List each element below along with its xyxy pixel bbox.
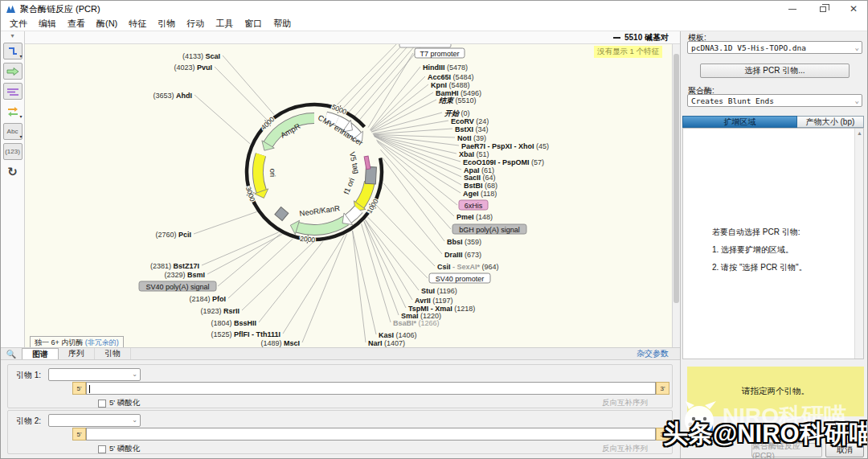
feature-box-diamond[interactable] <box>275 207 289 221</box>
restriction-site-label[interactable]: (1525) PflFI - Tth111I <box>211 330 280 338</box>
restriction-site-label[interactable]: BsaBI* (1266) <box>393 319 440 327</box>
feature-label[interactable]: f1 ori <box>342 177 356 196</box>
restriction-site-label[interactable]: BstBI (68) <box>464 182 497 190</box>
restriction-site-label[interactable]: DraIII (673) <box>444 251 481 259</box>
choose-pcr-primers-button[interactable]: 选择 PCR 引物... <box>700 64 850 78</box>
feature-arc-ori[interactable] <box>255 154 268 198</box>
feature-badge[interactable]: 6xHis <box>459 200 488 210</box>
unique-cutters-link[interactable]: (非冗余的) <box>85 338 119 346</box>
labels-button[interactable]: Abc ▾ <box>3 123 23 140</box>
map-scrollbar-thumb[interactable] <box>674 54 679 303</box>
restriction-site-label[interactable]: KasI (1406) <box>379 331 417 339</box>
menu-item[interactable]: 工具 <box>210 17 239 31</box>
menu-item[interactable]: 特征 <box>123 17 152 31</box>
new-window-checkbox[interactable] <box>705 424 713 432</box>
feature-badge[interactable]: SV40 poly(A) signal <box>139 281 216 291</box>
restriction-site-label[interactable]: 开始 (0) <box>444 109 470 117</box>
view-tab-3[interactable]: 引物 <box>95 348 131 359</box>
restriction-site-label[interactable]: NarI (1407) <box>368 339 405 347</box>
restriction-site-label[interactable]: StuI (1196) <box>421 287 457 295</box>
settings-tab-1[interactable]: 扩增区域 <box>682 116 797 128</box>
menu-item[interactable]: 引物 <box>152 17 181 31</box>
feature-arc-neor-kanr[interactable] <box>290 220 346 234</box>
leader-line <box>355 44 420 116</box>
restriction-site-label[interactable]: HindIII (5478) <box>423 64 468 72</box>
alignments-button[interactable] <box>3 83 23 100</box>
restriction-site-label[interactable]: (1804) BssHII <box>211 319 256 327</box>
numbering-button[interactable]: (123) <box>3 143 23 160</box>
primer2-revcomp-button[interactable]: 反向互补序列 <box>602 444 648 454</box>
unique-cutters-tab[interactable]: 独一 6+ 内切酶 (非冗余的) <box>30 336 124 347</box>
menu-item[interactable]: 行动 <box>181 17 210 31</box>
restriction-site-label[interactable]: PaeR7I - PspXI - XhoI (45) <box>461 142 549 150</box>
menu-item[interactable]: 酶(N) <box>91 17 123 31</box>
search-icon[interactable]: 🔍 <box>1 348 22 359</box>
restriction-site-label[interactable]: 结束 (5510) <box>438 96 477 105</box>
restriction-site-label[interactable]: Acc65I (5484) <box>428 73 474 81</box>
primers-button[interactable]: ▾ <box>3 103 23 120</box>
primer1-sequence-input[interactable] <box>86 382 656 395</box>
panel-scrollbar[interactable]: ▲ <box>854 129 863 359</box>
restriction-site-label[interactable]: (2381) BstZ17I <box>150 262 199 270</box>
polymerase-dropdown[interactable]: Creates Blunt Ends ⌄ <box>687 94 862 107</box>
feature-label[interactable]: V5 tag <box>348 151 362 174</box>
restriction-site-label[interactable]: KpnI (5488) <box>431 81 470 89</box>
restriction-site-label[interactable]: BbsI (359) <box>447 238 481 246</box>
restriction-site-label[interactable]: (1489) MscI <box>260 339 300 347</box>
restriction-site-label[interactable]: XbaI (51) <box>459 150 489 158</box>
menu-item[interactable]: 文件 <box>4 17 33 31</box>
restriction-site-label[interactable]: (4133) ScaI <box>182 52 220 60</box>
primer2-dropdown[interactable]: ⌄ <box>48 414 141 427</box>
map-scrollbar[interactable] <box>672 44 680 347</box>
cancel-button[interactable]: 取消 <box>825 443 864 457</box>
restriction-site-label[interactable]: EcoRV (24) <box>451 117 489 125</box>
collapse-handle-icon[interactable]: ▾ <box>10 33 14 41</box>
enzyme-sites-button[interactable]: ▾ <box>3 43 23 59</box>
hidden-features-badge[interactable]: 没有显示 1 个特征 <box>594 46 662 58</box>
feature-box-pink[interactable] <box>364 156 371 170</box>
menu-item[interactable]: 帮助 <box>268 17 297 31</box>
view-tab-1[interactable]: 图谱 <box>22 348 59 359</box>
restriction-site-label[interactable]: (4023) PvuI <box>174 64 212 72</box>
primer2-phosphorylation-checkbox[interactable] <box>98 445 106 453</box>
primer1-revcomp-button[interactable]: 反向互补序列 <box>602 398 648 408</box>
restriction-site-label[interactable]: (2184) PfoI <box>189 295 226 303</box>
primer1-dropdown[interactable]: ⌄ <box>48 368 141 381</box>
plasmid-map-region: 5510 碱基对 AmpRCMV enhancerV5 tagf1 oriNeo… <box>25 31 680 347</box>
feature-label[interactable]: ori <box>268 169 277 178</box>
restriction-site-label[interactable]: (2329) BsmI <box>164 271 205 279</box>
close-button[interactable]: ✕ <box>838 1 868 17</box>
restriction-site-label[interactable]: BstXI (34) <box>455 125 489 133</box>
restriction-site-label[interactable]: EcoO109I - PspOMI (57) <box>463 158 544 166</box>
feature-badge[interactable]: T7 promoter <box>415 48 465 58</box>
feature-arc-small-bottom[interactable] <box>342 209 358 224</box>
restore-button[interactable] <box>808 1 838 17</box>
restriction-site-label[interactable]: (2760) PciI <box>155 231 191 239</box>
primer1-phosphorylation-checkbox[interactable] <box>98 400 106 408</box>
restriction-site-label[interactable]: AvrII (1197) <box>415 297 453 305</box>
plasmid-map-canvas[interactable]: AmpRCMV enhancerV5 tagf1 oriNeoR/KanRori… <box>25 44 672 347</box>
menu-item[interactable]: 查看 <box>62 17 91 31</box>
svg-text:BstXI (34): BstXI (34) <box>455 125 489 133</box>
feature-badge[interactable]: SV40 promoter <box>429 273 490 283</box>
view-tab-2[interactable]: 序列 <box>59 348 95 359</box>
circular-view-button[interactable]: ↻ <box>3 163 23 180</box>
template-dropdown[interactable]: pcDNA3.1D V5-His-TOPO.dna ⌄ <box>687 41 862 54</box>
run-pcr-button[interactable]: 聚合酶链反应 (PCR) <box>751 443 822 457</box>
primer2-sequence-input[interactable] <box>86 428 656 441</box>
feature-badge[interactable]: bGH poly(A) signal <box>452 224 526 234</box>
restriction-site-label[interactable]: CsiI - SexAI* (964) <box>437 263 499 271</box>
menu-item[interactable]: 编辑 <box>33 17 62 31</box>
restriction-site-label[interactable]: NotI (39) <box>457 134 486 142</box>
features-button[interactable] <box>3 63 23 80</box>
restriction-site-label[interactable]: PmeI (148) <box>457 213 493 221</box>
settings-tab-2[interactable]: 产物大小 (bp) <box>797 116 864 128</box>
restriction-site-label[interactable]: (3653) AhdI <box>153 92 192 100</box>
restriction-site-label[interactable]: (1923) RsrII <box>200 307 240 315</box>
minimize-button[interactable] <box>777 1 808 17</box>
restriction-site-label[interactable]: SacII (64) <box>464 174 496 182</box>
menu-item[interactable]: 窗口 <box>239 17 268 31</box>
feature-label[interactable]: NeoR/KanR <box>299 203 341 218</box>
hybridization-params-link[interactable]: 杂交参数 <box>637 348 669 359</box>
restriction-site-label[interactable]: AgeI (118) <box>463 190 497 198</box>
